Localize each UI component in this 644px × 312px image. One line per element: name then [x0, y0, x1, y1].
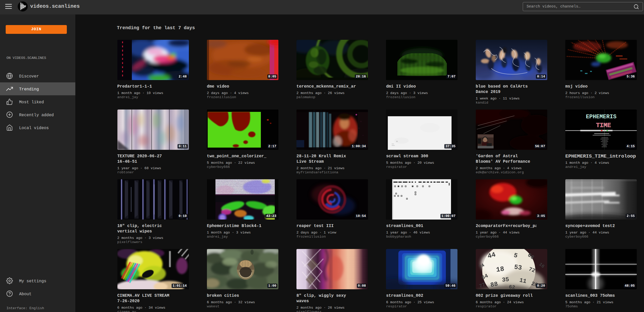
- svg-text:TIME: TIME: [596, 122, 611, 129]
- svg-text:62: 62: [509, 284, 515, 289]
- svg-text:53: 53: [514, 263, 522, 272]
- svg-text:88: 88: [490, 280, 498, 288]
- svg-text:18: 18: [496, 265, 505, 274]
- svg-text:35: 35: [502, 276, 509, 283]
- svg-text:EPHEMERIS: EPHEMERIS: [586, 114, 617, 120]
